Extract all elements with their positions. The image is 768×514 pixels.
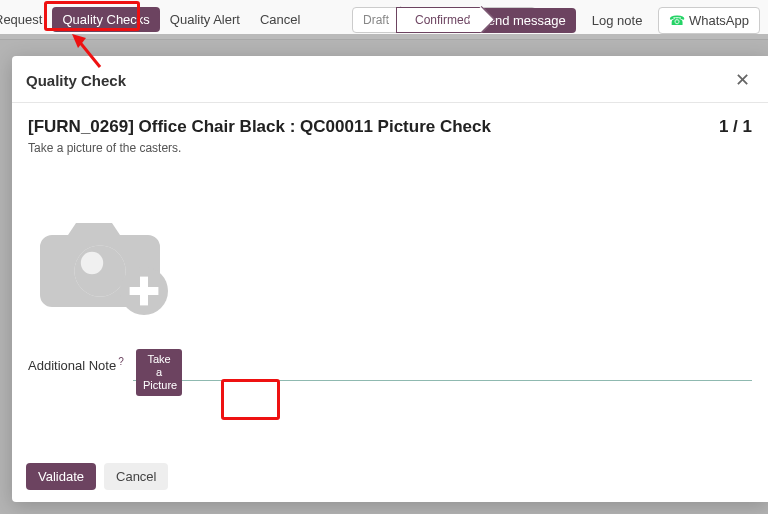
validate-button[interactable]: Validate: [26, 463, 96, 490]
status-draft[interactable]: Draft: [352, 7, 402, 33]
close-icon: ✕: [735, 69, 750, 91]
log-note-button[interactable]: Log note: [582, 8, 653, 33]
help-icon[interactable]: ?: [118, 356, 124, 367]
additional-note-input[interactable]: Take a Picture: [133, 349, 752, 381]
modal-footer: Validate Cancel: [12, 451, 768, 502]
svg-point-2: [81, 252, 103, 274]
cancel-toolbar-button[interactable]: Cancel: [250, 7, 310, 32]
quality-check-modal: Quality Check ✕ [FURN_0269] Office Chair…: [12, 56, 768, 502]
svg-point-1: [74, 245, 125, 296]
page-counter: 1 / 1: [719, 117, 752, 137]
status-confirmed[interactable]: Confirmed: [396, 7, 483, 33]
modal-title: Quality Check: [26, 72, 126, 89]
whatsapp-label: WhatsApp: [689, 13, 749, 28]
whatsapp-button[interactable]: ☎ WhatsApp: [658, 7, 760, 34]
whatsapp-icon: ☎: [669, 13, 685, 28]
svg-rect-5: [130, 287, 159, 295]
camera-plus-icon: [28, 203, 188, 323]
modal-header: Quality Check ✕: [12, 56, 768, 103]
quality-checks-button[interactable]: Quality Checks: [52, 7, 159, 32]
additional-note-row: Additional Note? Take a Picture: [28, 349, 752, 381]
additional-note-label: Additional Note?: [28, 356, 133, 373]
modal-close-button[interactable]: ✕: [732, 70, 752, 90]
toolbar-left: Request Quality Checks Quality Alert Can…: [0, 7, 310, 32]
request-button[interactable]: Request: [0, 7, 52, 32]
item-heading: [FURN_0269] Office Chair Black : QC00011…: [28, 117, 491, 155]
item-title: [FURN_0269] Office Chair Black : QC00011…: [28, 117, 491, 137]
cancel-button[interactable]: Cancel: [104, 463, 168, 490]
quality-alert-button[interactable]: Quality Alert: [160, 7, 250, 32]
toolbar-right: Send message Log note ☎ WhatsApp: [469, 7, 760, 34]
modal-body: [FURN_0269] Office Chair Black : QC00011…: [12, 103, 768, 451]
camera-placeholder[interactable]: [28, 203, 752, 327]
take-picture-button[interactable]: Take a Picture: [136, 349, 182, 396]
modal-body-header: [FURN_0269] Office Chair Black : QC00011…: [28, 117, 752, 155]
item-instruction: Take a picture of the casters.: [28, 141, 491, 155]
additional-note-text: Additional Note: [28, 359, 116, 374]
